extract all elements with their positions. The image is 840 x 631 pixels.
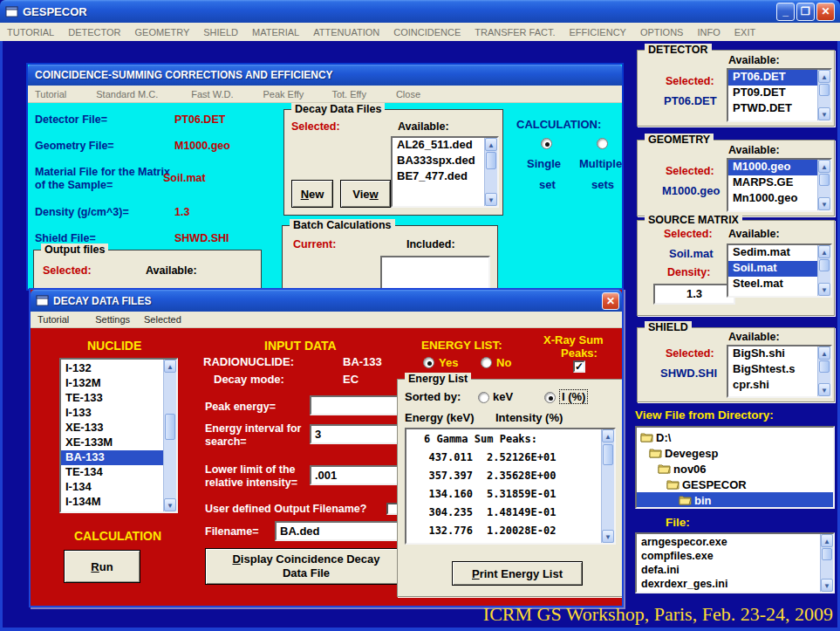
decay-menu-tutorial[interactable]: Tutorial: [31, 314, 76, 325]
lower-limit-input[interactable]: [310, 465, 407, 485]
tree-item-bin[interactable]: bin: [637, 492, 833, 508]
scrollbar[interactable]: ▲ ▼: [817, 245, 830, 296]
energy-list-no-radio[interactable]: [481, 357, 492, 368]
scrollbar[interactable]: ▲ ▼: [163, 360, 176, 511]
menu-efficiency[interactable]: EFFICIENCY: [563, 27, 633, 38]
energy-listbox[interactable]: 6 Gamma Sum Peaks: 437.0112.52126E+01 35…: [405, 428, 616, 545]
list-item[interactable]: AL26_511.ded: [393, 138, 497, 154]
menu-material[interactable]: MATERIAL: [245, 27, 306, 38]
scroll-thumb[interactable]: [819, 360, 830, 373]
shield-listbox[interactable]: BigSh.shi BigShtest.s cpr.shi ▲ ▼: [727, 345, 832, 398]
scroll-down-icon[interactable]: ▼: [821, 579, 833, 592]
scroll-thumb[interactable]: [819, 84, 830, 96]
directory-tree[interactable]: D:\ Devegesp nov06 GESPECOR bin: [635, 426, 835, 509]
scroll-up-icon[interactable]: ▲: [164, 360, 176, 373]
multiple-sets-radio[interactable]: [597, 138, 608, 149]
filename-input[interactable]: [275, 521, 407, 541]
list-item[interactable]: TE-133: [61, 391, 176, 406]
close-button[interactable]: ✕: [816, 3, 835, 21]
new-button[interactable]: New: [291, 180, 333, 208]
matrix-density-field[interactable]: 1.3: [653, 284, 735, 305]
list-item-selected[interactable]: BA-133: [61, 450, 176, 465]
list-item[interactable]: Sedim.mat: [728, 245, 830, 261]
detector-listbox[interactable]: PT06.DET PT09.DET PTWD.DET ▲ ▼: [727, 68, 832, 122]
list-item[interactable]: defa.ini: [637, 564, 833, 578]
xray-sum-peaks-checkbox[interactable]: [573, 360, 585, 373]
energy-row[interactable]: 134.1605.31859E-01: [406, 485, 614, 504]
scroll-thumb[interactable]: [165, 414, 175, 440]
scrollbar[interactable]: ▲ ▼: [820, 534, 833, 592]
scroll-down-icon[interactable]: ▼: [164, 498, 176, 511]
list-item[interactable]: I-134: [61, 480, 176, 495]
list-item[interactable]: PTWD.DET: [728, 101, 830, 117]
scroll-up-icon[interactable]: ▲: [818, 70, 830, 83]
minimize-button[interactable]: _: [776, 3, 795, 21]
list-item[interactable]: Mn1000.geo: [728, 191, 830, 207]
scroll-thumb[interactable]: [819, 174, 830, 186]
scroll-up-icon[interactable]: ▲: [602, 429, 614, 442]
list-item[interactable]: XE-133: [61, 421, 176, 436]
scrollbar[interactable]: ▲ ▼: [817, 70, 830, 120]
peak-energy-input[interactable]: [310, 395, 407, 415]
energy-interval-input[interactable]: [310, 424, 407, 444]
tree-item-drive[interactable]: D:\: [637, 429, 833, 445]
list-item[interactable]: I-132: [61, 361, 176, 376]
list-item[interactable]: dexrdexr_ges.ini: [637, 578, 833, 592]
list-item[interactable]: cpr.shi: [728, 378, 830, 394]
list-item[interactable]: BA333spx.ded: [393, 154, 497, 169]
single-set-radio[interactable]: [541, 138, 552, 149]
scroll-down-icon[interactable]: ▼: [602, 530, 614, 543]
energy-row[interactable]: 132.7761.20028E-02: [406, 522, 614, 540]
menu-detector[interactable]: DETECTOR: [61, 27, 127, 38]
menu-transfer-fact[interactable]: TRANSFER FACT.: [468, 27, 562, 38]
energy-row[interactable]: 357.3972.35628E+00: [406, 467, 614, 485]
list-item[interactable]: BigShtest.s: [728, 362, 830, 378]
decay-close-button[interactable]: ✕: [602, 292, 619, 310]
scroll-down-icon[interactable]: ▼: [818, 107, 830, 120]
coinc-menu-tot-effy[interactable]: Tot. Effy: [324, 89, 373, 99]
sort-intensity-radio[interactable]: [544, 392, 556, 403]
batch-included-listbox[interactable]: [380, 256, 490, 289]
coincidence-titlebar[interactable]: COINCIDENCE-SUMMING CORRECTIONS AND EFFI…: [28, 65, 622, 86]
list-item[interactable]: TE-134: [61, 465, 176, 480]
run-button[interactable]: Run: [64, 550, 140, 583]
scroll-thumb[interactable]: [486, 152, 496, 169]
scroll-thumb[interactable]: [603, 444, 613, 465]
menu-info[interactable]: INFO: [690, 27, 727, 38]
list-item[interactable]: I-133: [61, 406, 176, 421]
view-button[interactable]: View: [340, 180, 391, 208]
list-item[interactable]: PT09.DET: [728, 86, 830, 101]
scroll-down-icon[interactable]: ▼: [818, 383, 830, 396]
decay-menu-settings[interactable]: Settings: [88, 314, 137, 325]
display-coincidence-button[interactable]: Display Coincidence Decay Data File: [205, 548, 407, 585]
list-item[interactable]: BE7_477.ded: [393, 169, 497, 185]
scroll-up-icon[interactable]: ▲: [818, 160, 830, 173]
matrix-listbox[interactable]: Sedim.mat Soil.mat Steel.mat ▲ ▼: [727, 243, 832, 298]
list-item[interactable]: MARPS.GE: [728, 175, 830, 191]
tree-item-nov06[interactable]: nov06: [637, 461, 833, 477]
restore-button[interactable]: ❐: [796, 3, 815, 21]
scroll-down-icon[interactable]: ▼: [485, 193, 497, 206]
menu-attenuation[interactable]: ATTENUATION: [306, 27, 386, 38]
energy-row[interactable]: 437.0112.52126E+01: [406, 449, 614, 467]
list-item[interactable]: I-134M: [61, 495, 176, 510]
scrollbar[interactable]: ▲ ▼: [817, 160, 830, 210]
scroll-thumb[interactable]: [819, 259, 830, 271]
scroll-down-icon[interactable]: ▼: [818, 197, 830, 210]
tree-item-devegesp[interactable]: Devegesp: [637, 445, 833, 461]
scroll-up-icon[interactable]: ▲: [821, 534, 833, 547]
scroll-up-icon[interactable]: ▲: [485, 138, 497, 151]
decay-titlebar[interactable]: DECAY DATA FILES ✕: [31, 290, 622, 312]
list-item[interactable]: I-132M: [61, 376, 176, 391]
scroll-up-icon[interactable]: ▲: [818, 245, 830, 258]
menu-options[interactable]: OPTIONS: [633, 27, 691, 38]
coinc-menu-standard-mc[interactable]: Standard M.C.: [89, 89, 165, 99]
menu-geometry[interactable]: GEOMETRY: [128, 27, 197, 38]
menu-exit[interactable]: EXIT: [727, 27, 762, 38]
geometry-listbox[interactable]: M1000.geo MARPS.GE Mn1000.geo ▲ ▼: [727, 158, 832, 212]
menu-tutorial[interactable]: TUTORIAL: [0, 27, 61, 38]
list-item[interactable]: XE-133M: [61, 436, 176, 450]
coinc-menu-peak-effy[interactable]: Peak Effy: [256, 89, 311, 99]
energy-list-yes-radio[interactable]: [423, 357, 434, 368]
scroll-down-icon[interactable]: ▼: [818, 283, 830, 296]
